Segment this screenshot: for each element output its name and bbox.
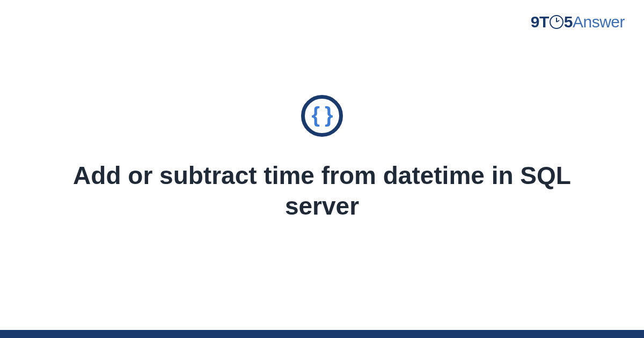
code-braces-icon: { }: [311, 104, 332, 128]
logo-text-9t: 9T: [531, 13, 549, 31]
site-logo: 9T5Answer: [531, 13, 625, 31]
clock-icon: [550, 15, 564, 29]
page-card: 9T5Answer { } Add or subtract time from …: [0, 0, 644, 338]
logo-text-answer: Answer: [573, 13, 625, 31]
logo-text-5: 5: [564, 13, 573, 31]
topic-icon-circle: { }: [301, 95, 343, 137]
footer-accent-bar: [0, 330, 644, 338]
main-content: { } Add or subtract time from datetime i…: [0, 0, 644, 338]
article-title: Add or subtract time from datetime in SQ…: [54, 160, 590, 222]
